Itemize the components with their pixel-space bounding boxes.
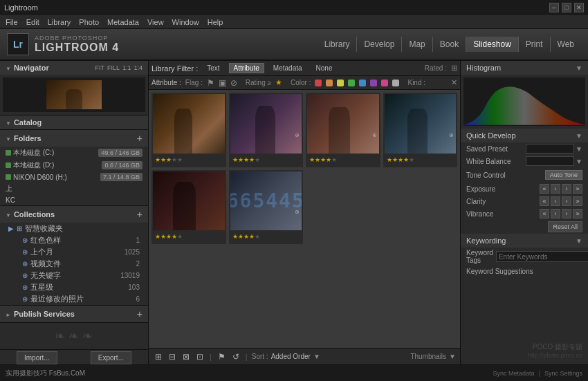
qd-exposure-up-up[interactable]: » xyxy=(573,184,582,194)
menu-library[interactable]: Library xyxy=(48,18,71,26)
kw-arrow[interactable]: ▼ xyxy=(576,237,582,245)
color-gray-swatch[interactable] xyxy=(392,80,399,86)
nav-1-1[interactable]: 1:1 xyxy=(122,64,131,71)
qd-exposure-up[interactable]: › xyxy=(562,184,571,194)
photo-cell-6[interactable]: 665445 ⊕ ★★★★★ xyxy=(229,170,304,245)
collection-nokw[interactable]: ⊛ 无关键字 13019 xyxy=(0,270,148,281)
menu-help[interactable]: Help xyxy=(208,18,223,26)
folder-item-h[interactable]: NIKON D600 (H:) 7.1 / 14.8 GB xyxy=(0,171,148,183)
collection-video[interactable]: ⊛ 视频文件 2 xyxy=(0,258,148,270)
histogram-header[interactable]: Histogram ▼ xyxy=(461,61,588,75)
tab-book[interactable]: Book xyxy=(432,37,466,52)
thumbnails-arrow[interactable]: ▼ xyxy=(449,353,456,360)
nav-1-4[interactable]: 1:4 xyxy=(134,64,143,71)
photo-grid[interactable]: ★★★★★ ⊕ ★★★★★ ⊕ ★★★★★ xyxy=(149,90,460,348)
photo-cell-5[interactable]: ★★★★★ xyxy=(151,170,226,245)
grid-view-button[interactable]: ⊞ xyxy=(153,351,164,363)
tab-map[interactable]: Map xyxy=(401,37,432,52)
color-red-swatch[interactable] xyxy=(315,80,322,86)
catalog-header[interactable]: Catalog xyxy=(0,115,148,129)
qd-exposure-down-down[interactable]: « xyxy=(540,184,549,194)
qd-reset-all-button[interactable]: Reset All xyxy=(548,221,582,232)
color-pink-swatch[interactable] xyxy=(381,80,388,86)
folder-item-kc[interactable]: KC xyxy=(0,195,148,205)
qd-clarity-down-down[interactable]: « xyxy=(540,196,549,206)
tab-slideshow[interactable]: Slideshow xyxy=(466,37,518,52)
tab-library[interactable]: Library xyxy=(318,37,357,52)
export-button[interactable]: Export... xyxy=(91,351,131,364)
nav-fill[interactable]: FILL xyxy=(107,64,120,71)
filter-tab-attribute[interactable]: Attribute xyxy=(229,63,264,73)
compare-view-button[interactable]: ⊠ xyxy=(181,351,192,363)
folder-item-s[interactable]: 上 xyxy=(0,183,148,195)
kw-tags-input[interactable] xyxy=(496,251,588,262)
flag-pick-icon[interactable]: ⚑ xyxy=(207,78,214,88)
photo-cell-1[interactable]: ★★★★★ xyxy=(151,93,226,167)
menu-metadata[interactable]: Metadata xyxy=(107,18,139,26)
collection-5star[interactable]: ⊛ 五星级 103 xyxy=(0,281,148,293)
color-blue-swatch[interactable] xyxy=(359,80,366,86)
rotate-button[interactable]: ↺ xyxy=(230,351,241,363)
tab-web[interactable]: Web xyxy=(550,37,581,52)
qd-auto-tone-button[interactable]: Auto Tone xyxy=(545,170,582,180)
keywording-header[interactable]: Keywording ▼ xyxy=(461,234,588,248)
color-orange-swatch[interactable] xyxy=(326,80,333,86)
photo-cell-3[interactable]: ⊕ ★★★★★ xyxy=(306,93,380,167)
collections-add-button[interactable]: + xyxy=(137,209,143,220)
qd-exposure-down[interactable]: ‹ xyxy=(551,184,560,194)
menu-file[interactable]: File xyxy=(6,18,18,26)
sort-direction-icon[interactable]: ▼ xyxy=(313,353,320,360)
menu-view[interactable]: View xyxy=(147,18,164,26)
color-green-swatch[interactable] xyxy=(348,80,355,86)
qd-vibrance-down-down[interactable]: « xyxy=(540,209,549,219)
menu-window[interactable]: Window xyxy=(172,18,199,26)
quick-develop-header[interactable]: Quick Develop ▼ xyxy=(461,129,588,142)
qd-wb-arrow[interactable]: ▼ xyxy=(576,158,582,165)
tab-print[interactable]: Print xyxy=(518,37,550,52)
color-yellow-swatch[interactable] xyxy=(337,80,344,86)
maximize-button[interactable]: □ xyxy=(562,3,571,12)
sync-meta-button[interactable]: Sync Metadata xyxy=(493,370,535,377)
survey-view-button[interactable]: ⊡ xyxy=(194,351,205,363)
qd-wb-input[interactable] xyxy=(526,156,574,166)
import-button[interactable]: Import... xyxy=(17,351,57,364)
photo-cell-4[interactable]: ⊕ ★★★★★ xyxy=(383,93,458,167)
flag-none-icon[interactable]: ▣ xyxy=(219,78,226,88)
collection-recent[interactable]: ⊛ 最近修改的照片 6 xyxy=(0,293,148,305)
publish-add-button[interactable]: + xyxy=(137,308,143,319)
folder-item-c[interactable]: 本地磁盘 (C:) 49.6 / 146 GB xyxy=(0,147,148,159)
filter-tab-none[interactable]: None xyxy=(311,63,338,73)
collection-zhihui[interactable]: ▶ ⊞ 智慧收藏夹 xyxy=(0,223,148,234)
tab-develop[interactable]: Develop xyxy=(356,37,401,52)
menu-photo[interactable]: Photo xyxy=(79,18,99,26)
color-purple-swatch[interactable] xyxy=(370,80,377,86)
folders-header[interactable]: Folders + xyxy=(0,130,148,147)
qd-vibrance-up[interactable]: › xyxy=(562,209,571,219)
minimize-button[interactable]: ─ xyxy=(549,3,559,12)
sort-value[interactable]: Added Order xyxy=(271,353,311,360)
qd-clarity-up-up[interactable]: » xyxy=(573,196,582,206)
collection-red[interactable]: ⊛ 红色色样 1 xyxy=(0,234,148,246)
qd-preset-arrow[interactable]: ▼ xyxy=(576,145,582,153)
close-button[interactable]: ✕ xyxy=(574,3,584,12)
qd-vibrance-up-up[interactable]: » xyxy=(573,209,582,219)
nav-fit[interactable]: FIT xyxy=(95,64,104,71)
qd-clarity-down[interactable]: ‹ xyxy=(551,196,560,206)
publish-header[interactable]: Publish Services + xyxy=(0,306,148,322)
expand-icon[interactable]: ⊞ xyxy=(451,64,457,73)
filter-tab-metadata[interactable]: Metadata xyxy=(268,63,307,73)
loupe-view-button[interactable]: ⊟ xyxy=(167,351,178,363)
qd-vibrance-down[interactable]: ‹ xyxy=(551,209,560,219)
photo-cell-2[interactable]: ⊕ ★★★★★ xyxy=(229,93,304,167)
star-rating-icon[interactable]: ★ xyxy=(275,78,282,87)
collections-header[interactable]: Collections + xyxy=(0,206,148,223)
menu-edit[interactable]: Edit xyxy=(26,18,39,26)
qd-clarity-up[interactable]: › xyxy=(562,196,571,206)
qd-preset-input[interactable] xyxy=(526,144,574,154)
histogram-arrow[interactable]: ▼ xyxy=(576,64,582,72)
folder-item-d[interactable]: 本地磁盘 (D:) 0.6 / 146 GB xyxy=(0,159,148,171)
navigator-header[interactable]: Navigator FIT FILL 1:1 1:4 xyxy=(0,61,148,75)
qd-arrow[interactable]: ▼ xyxy=(576,132,582,140)
folders-add-button[interactable]: + xyxy=(137,133,143,144)
filter-tab-text[interactable]: Text xyxy=(202,63,224,73)
